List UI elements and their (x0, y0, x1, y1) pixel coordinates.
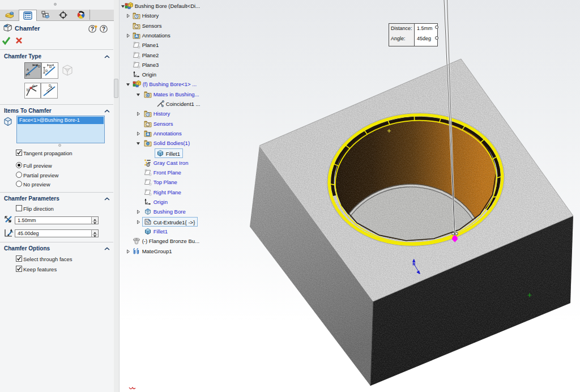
svg-text:?: ? (91, 26, 94, 32)
svg-text:D: D (38, 65, 41, 68)
svg-text:D: D (49, 65, 52, 69)
svg-text:A: A (27, 68, 29, 71)
svg-text:D: D (45, 69, 48, 73)
svg-text:A: A (11, 230, 13, 233)
svg-text:D: D (49, 84, 52, 87)
svg-text:?: ? (102, 26, 105, 32)
svg-text:D: D (8, 219, 11, 223)
